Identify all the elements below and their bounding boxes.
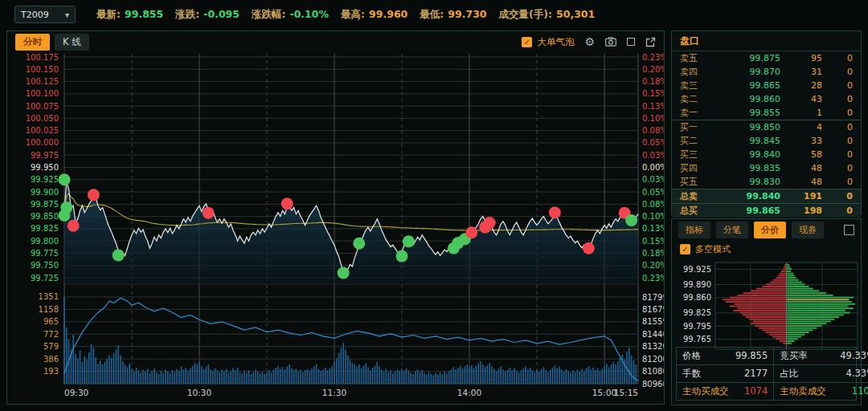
svg-text:0.03%: 0.03% — [642, 175, 664, 184]
orderbook-volume: 95 — [780, 51, 822, 65]
svg-text:99.975: 99.975 — [31, 151, 59, 160]
orderbook-volume: 198 — [780, 204, 822, 218]
right-tab[interactable]: 现券 — [792, 222, 824, 238]
stat-label: 主动卖成交 — [773, 383, 834, 400]
stat-value: 1074 — [730, 383, 773, 400]
svg-text:193: 193 — [43, 367, 59, 376]
orderbook-row[interactable]: 卖二99.860430 — [672, 92, 861, 106]
svg-text:0.23%: 0.23% — [642, 274, 664, 283]
svg-text:10:30: 10:30 — [187, 388, 211, 397]
orderbook-row[interactable]: 买四99.835480 — [672, 161, 861, 175]
orderbook-row[interactable]: 买三99.840580 — [672, 148, 861, 161]
orderbook-volume: 31 — [780, 65, 822, 79]
svg-text:99.900: 99.900 — [31, 188, 59, 197]
settings-icon[interactable]: ⚙ — [584, 36, 595, 47]
quote-field-value: 50,301 — [556, 8, 595, 22]
big-order-bubble-label: 大单气泡 — [537, 36, 574, 48]
orderbook-row[interactable]: 卖一99.85510 — [672, 106, 861, 120]
orderbook-volume: 58 — [780, 148, 822, 161]
quote-field-label: 最低: — [420, 8, 444, 22]
quote-field: 成交量(手):50,301 — [499, 8, 596, 22]
pin-checkbox[interactable] — [844, 225, 854, 235]
long-short-mode-checkbox[interactable]: ✓ — [680, 244, 690, 254]
quote-field-label: 成交量(手): — [499, 8, 552, 22]
orderbook-row[interactable]: 买五99.830480 — [672, 175, 861, 189]
orderbook-volume: 43 — [780, 92, 822, 106]
svg-text:0.15%: 0.15% — [642, 89, 664, 98]
orderbook-row[interactable]: 卖五99.875950 — [672, 51, 861, 65]
right-tab[interactable]: 分价 — [754, 222, 786, 238]
sell-bubble — [549, 206, 561, 218]
intraday-chart[interactable]: 100.175100.150100.125100.100100.075100.0… — [7, 52, 664, 404]
orderbook-extra: 0 — [822, 175, 853, 189]
orderbook-price: 99.845 — [710, 134, 780, 148]
orderbook-level-label: 卖五 — [680, 51, 710, 65]
quote-field-value: -0.095 — [203, 8, 240, 22]
orderbook-level-label: 卖四 — [680, 65, 710, 79]
svg-text:11:30: 11:30 — [322, 388, 346, 397]
svg-text:100.075: 100.075 — [26, 102, 59, 111]
svg-text:100.025: 100.025 — [26, 126, 59, 135]
quote-field-value: 99.855 — [125, 8, 163, 22]
stat-value: 2177 — [730, 365, 773, 383]
svg-text:99.875: 99.875 — [31, 200, 59, 209]
svg-text:99.825: 99.825 — [31, 224, 59, 233]
quote-field-value: -0.10% — [289, 8, 329, 22]
quote-field-value: 99.960 — [369, 8, 407, 22]
chart-tab-kline[interactable]: K 线 — [55, 34, 89, 51]
orderbook-level-label: 卖三 — [680, 79, 710, 92]
orderbook-price: 99.855 — [710, 106, 780, 120]
svg-text:0.20%: 0.20% — [642, 65, 664, 74]
svg-text:100.125: 100.125 — [26, 77, 59, 86]
orderbook-level-label: 买五 — [680, 175, 710, 189]
right-tab[interactable]: 分笔 — [716, 222, 748, 238]
orderbook-row[interactable]: 买二99.845330 — [672, 134, 861, 148]
buy-bubble — [403, 235, 415, 247]
svg-text:0.03%: 0.03% — [642, 151, 664, 160]
order-book-title: 盘口 — [672, 31, 861, 51]
order-book-panel: 盘口 卖五99.875950卖四99.870310卖三99.865280卖二99… — [671, 31, 862, 215]
orderbook-row[interactable]: 总买99.8651980 — [672, 203, 861, 218]
orderbook-level-label: 买一 — [680, 120, 710, 134]
orderbook-price: 99.860 — [710, 92, 780, 106]
svg-text:0.18%: 0.18% — [642, 77, 664, 86]
price-distribution-chart: 99.92599.89099.86099.82599.79599.765 — [675, 259, 859, 351]
orderbook-extra: 0 — [822, 134, 853, 148]
orderbook-volume: 4 — [780, 120, 822, 134]
svg-text:99.800: 99.800 — [31, 237, 59, 246]
symbol-select[interactable]: T2009 ▾ — [14, 6, 76, 23]
price-distribution-panel: 指标分笔分价现券 ✓ 多空模式 99.92599.89099.86099.825… — [671, 218, 862, 405]
right-tab[interactable]: 指标 — [678, 222, 710, 238]
stat-label: 手数 — [677, 365, 730, 383]
orderbook-row[interactable]: 卖四99.870310 — [672, 65, 861, 79]
quote-field: 最低:99.730 — [420, 8, 486, 22]
chart-type-tabs: 分时K 线 — [15, 34, 89, 51]
popout-icon[interactable] — [645, 37, 656, 47]
buy-bubble — [338, 267, 350, 279]
svg-text:0.13%: 0.13% — [642, 224, 664, 233]
sell-bubble — [88, 189, 100, 201]
orderbook-row[interactable]: 买一99.85040 — [672, 120, 861, 134]
orderbook-extra: 0 — [822, 161, 853, 175]
orderbook-row[interactable]: 卖三99.865280 — [672, 79, 861, 92]
svg-text:100.050: 100.050 — [26, 114, 59, 123]
maximize-icon[interactable] — [627, 38, 635, 46]
long-short-mode-label: 多空模式 — [695, 243, 731, 255]
quote-field-label: 涨跌幅: — [252, 8, 286, 22]
buy-bubble — [113, 249, 125, 261]
chart-tab-timeshare[interactable]: 分时 — [15, 34, 50, 51]
svg-text:0.08%: 0.08% — [642, 126, 664, 135]
svg-text:99.765: 99.765 — [683, 335, 711, 344]
svg-text:99.850: 99.850 — [31, 212, 59, 221]
orderbook-volume: 48 — [780, 175, 822, 189]
orderbook-level-label: 卖一 — [680, 106, 710, 120]
buy-bubble — [59, 210, 71, 222]
svg-text:0.05%: 0.05% — [642, 188, 664, 197]
orderbook-row[interactable]: 总卖99.8401910 — [672, 189, 861, 203]
svg-text:99.750: 99.750 — [31, 261, 59, 270]
orderbook-level-label: 买三 — [680, 148, 710, 161]
orderbook-extra: 0 — [822, 79, 853, 92]
big-order-bubble-checkbox[interactable]: ✓ — [522, 37, 532, 47]
camera-icon[interactable] — [605, 37, 616, 47]
intraday-chart-panel: 分时K 线 ✓ 大单气泡 ⚙ 100.175100.150100.125100.… — [6, 31, 665, 405]
